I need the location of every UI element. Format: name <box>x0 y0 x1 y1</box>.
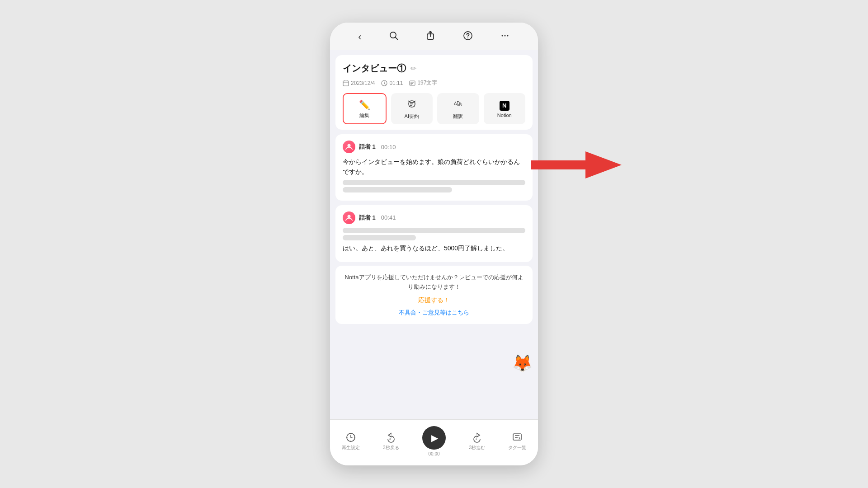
blurred-line-3 <box>343 228 525 233</box>
speaker-name-1: 話者 1 <box>359 143 376 151</box>
svg-text:あ: あ <box>458 101 462 106</box>
svg-point-6 <box>504 35 505 37</box>
mascot: 🦊 <box>512 354 533 373</box>
play-time: 00:00 <box>428 451 439 456</box>
svg-point-5 <box>501 35 503 37</box>
recording-date: 2023/12/4 <box>351 80 375 86</box>
ai-icon <box>407 99 417 111</box>
forward-label: 3秒進む <box>469 445 485 451</box>
svg-point-22 <box>348 144 351 147</box>
blurred-line-4 <box>343 235 416 240</box>
recording-duration: 01:11 <box>389 80 403 86</box>
svg-marker-30 <box>531 151 622 178</box>
search-icon[interactable] <box>389 31 399 43</box>
ai-summary-button[interactable]: AI要約 <box>391 93 433 124</box>
share-icon[interactable] <box>426 31 436 43</box>
svg-point-23 <box>348 215 351 218</box>
forward-button[interactable]: 3 3秒進む <box>469 432 485 451</box>
speaker-avatar-2 <box>343 211 355 224</box>
svg-line-1 <box>395 38 398 40</box>
svg-point-4 <box>467 38 468 38</box>
transcript-card-2: 話者 1 00:41 はい。あと、あれを買うなるほど、5000円了解しました。 <box>335 205 533 262</box>
bottom-player: 再生設定 3 3秒戻る ▶ 00:00 3 3秒進む <box>330 419 538 465</box>
svg-rect-27 <box>513 434 521 440</box>
blurred-line-1 <box>343 180 525 185</box>
translate-label: 翻訳 <box>453 113 463 120</box>
blurred-line-2 <box>343 187 452 192</box>
edit-button[interactable]: ✏️ 編集 <box>343 93 387 124</box>
svg-text:A: A <box>454 101 457 106</box>
help-icon[interactable] <box>463 31 473 43</box>
promo-link-blue[interactable]: 不具合・ご意見等はこちら <box>399 309 469 316</box>
tags-icon <box>512 432 523 443</box>
meta-row: 2023/12/4 01:11 197文字 <box>343 79 525 87</box>
notion-icon: N <box>500 101 509 111</box>
transcript-text-1: 今からインタビューを始めます。娘の負荷どれぐらいかかるんですか。 <box>343 157 525 177</box>
promo-link-orange[interactable]: 応援する！ <box>343 296 525 305</box>
svg-point-7 <box>507 35 508 37</box>
header-card: インタビュー① ✏ 2023/12/4 01:11 197文字 <box>335 55 533 130</box>
pencil-icon: ✏️ <box>359 99 370 110</box>
promo-card: Nottaアプリを応援していただけませんか？レビューでの応援が何より励みになりま… <box>335 266 533 324</box>
recording-title: インタビュー① <box>343 62 406 75</box>
notion-button[interactable]: N Notion <box>484 93 526 124</box>
speaker-name-2: 話者 1 <box>359 214 376 222</box>
transcript-card-1: 話者 1 00:10 今からインタビューを始めます。娘の負荷どれぐらいかかるんで… <box>335 134 533 201</box>
action-buttons: ✏️ 編集 AI要約 <box>343 93 525 124</box>
svg-text:3: 3 <box>389 437 391 440</box>
translate-icon: A あ <box>453 99 463 111</box>
notion-label: Notion <box>497 113 512 118</box>
back-icon[interactable]: ‹ <box>358 31 361 43</box>
top-navigation: ‹ <box>330 23 538 50</box>
title-edit-icon[interactable]: ✏ <box>410 64 416 73</box>
play-pause-button[interactable]: ▶ 00:00 <box>422 426 446 456</box>
playback-settings-button[interactable]: 再生設定 <box>342 432 360 451</box>
speaker-avatar-1 <box>343 141 355 153</box>
speaker-time-2: 00:41 <box>381 214 396 221</box>
svg-rect-8 <box>343 81 349 86</box>
svg-text:3: 3 <box>476 437 477 440</box>
rewind-button[interactable]: 3 3秒戻る <box>383 432 399 451</box>
tags-button[interactable]: タグ一覧 <box>508 432 526 451</box>
tags-label: タグ一覧 <box>508 445 526 451</box>
rewind-label: 3秒戻る <box>383 445 399 451</box>
edit-label: 編集 <box>359 112 369 119</box>
play-icon: ▶ <box>431 432 438 443</box>
playback-settings-icon <box>345 432 356 443</box>
forward-icon: 3 <box>472 432 482 443</box>
translate-button[interactable]: A あ 翻訳 <box>437 93 479 124</box>
transcript-area: 話者 1 00:10 今からインタビューを始めます。娘の負荷どれぐらいかかるんで… <box>335 134 533 266</box>
red-arrow-annotation <box>531 149 622 181</box>
main-content: インタビュー① ✏ 2023/12/4 01:11 197文字 <box>330 50 538 419</box>
ai-label: AI要約 <box>405 113 419 120</box>
play-circle[interactable]: ▶ <box>422 426 446 450</box>
promo-text: Nottaアプリを応援していただけませんか？レビューでの応援が何より励みになりま… <box>343 273 525 292</box>
recording-chars: 197文字 <box>417 79 437 87</box>
more-icon[interactable] <box>500 31 510 43</box>
playback-settings-label: 再生設定 <box>342 445 360 451</box>
speaker-time-1: 00:10 <box>381 144 396 150</box>
transcript-text-2: はい。あと、あれを買うなるほど、5000円了解しました。 <box>343 243 525 253</box>
rewind-icon: 3 <box>386 432 396 443</box>
